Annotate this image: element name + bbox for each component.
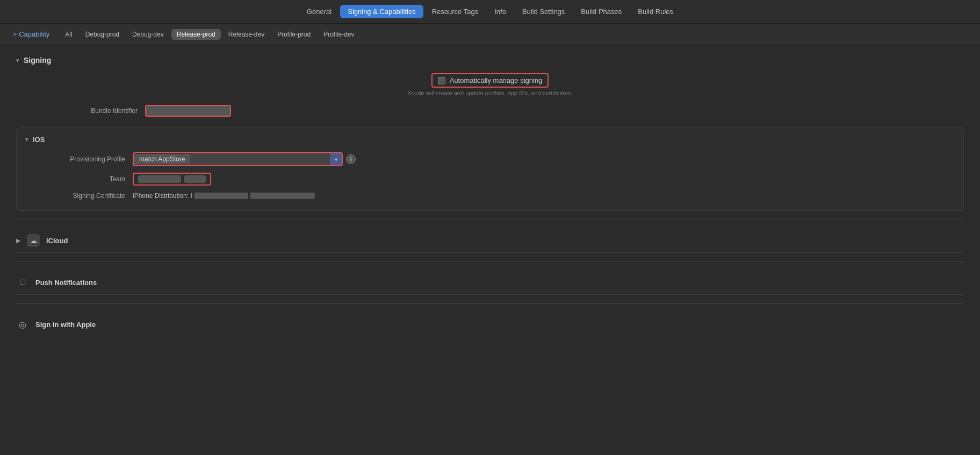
provisioning-profile-value: match AppStore ▾ ℹ (133, 152, 955, 166)
bundle-identifier-row: Bundle Identifier (38, 105, 964, 117)
icloud-icon: ☁ (27, 234, 40, 247)
signing-certificate-prefix: iPhone Distribution: I (133, 192, 192, 200)
icloud-icon-symbol: ☁ (30, 237, 37, 245)
auto-manage-signing-hint: Xcode will create and update profiles, a… (408, 90, 573, 96)
signing-certificate-extra-blurred (250, 193, 315, 199)
capability-push-notifications[interactable]: □ Push Notifications (16, 271, 964, 295)
sign-in-with-apple-label: Sign in with Apple (35, 321, 96, 329)
tab-build-rules[interactable]: Build Rules (630, 5, 681, 18)
bundle-identifier-field[interactable] (145, 105, 231, 117)
signing-section-header[interactable]: ▾ Signing (16, 56, 964, 65)
sign-in-with-apple-icon-symbol: ◎ (19, 319, 26, 330)
team-label: Team (25, 175, 133, 183)
provisioning-profile-dropdown-icon[interactable]: ▾ (330, 153, 342, 165)
capability-sign-in-with-apple[interactable]: ◎ Sign in with Apple (16, 312, 964, 336)
provisioning-profile-field[interactable]: match AppStore ▾ (133, 152, 343, 166)
bundle-id-wrapper (145, 105, 235, 117)
signing-section-title: Signing (24, 56, 51, 65)
signing-certificate-value: iPhone Distribution: I (133, 192, 955, 200)
ios-section-header[interactable]: ▾ iOS (17, 136, 963, 149)
tab-build-phases[interactable]: Build Phases (573, 5, 629, 18)
ios-section: ▾ iOS Provisioning Profile match AppStor… (16, 127, 964, 211)
filter-release-prod[interactable]: Release-prod (171, 29, 221, 40)
filter-profile-prod[interactable]: Profile-prod (272, 29, 316, 40)
tab-info[interactable]: Info (487, 5, 514, 18)
ios-section-title: iOS (33, 136, 45, 144)
filter-bar: + Capability All Debug-prod Debug-dev Re… (0, 24, 980, 45)
icloud-label: iCloud (46, 237, 68, 245)
add-capability-label: + Capability (13, 30, 49, 38)
filter-debug-dev[interactable]: Debug-dev (127, 29, 169, 40)
signing-chevron-icon: ▾ (16, 57, 19, 64)
auto-manage-signing-checkbox[interactable] (438, 77, 445, 84)
ios-chevron-icon: ▾ (25, 136, 28, 143)
push-notifications-icon-symbol: □ (20, 278, 25, 287)
team-name-blurred (138, 175, 181, 183)
provisioning-profile-rest (190, 153, 330, 165)
tab-signing-capabilities[interactable]: Signing & Capabilities (340, 5, 423, 18)
signing-certificate-text: iPhone Distribution: I (133, 192, 315, 200)
team-id-blurred (184, 175, 206, 183)
auto-manage-signing-area: Automatically manage signing Xcode will … (16, 73, 964, 96)
signing-certificate-name-blurred (194, 193, 248, 199)
signing-certificate-label: Signing Certificate (25, 192, 133, 200)
auto-manage-signing-label: Automatically manage signing (450, 76, 543, 84)
push-notifications-icon: □ (16, 276, 29, 289)
auto-manage-signing-row[interactable]: Automatically manage signing (431, 73, 549, 88)
filter-all[interactable]: All (60, 29, 77, 40)
add-capability-button[interactable]: + Capability (9, 29, 54, 40)
main-content: ▾ Signing Automatically manage signing X… (0, 45, 980, 455)
team-field[interactable] (133, 173, 211, 186)
signing-certificate-row: Signing Certificate iPhone Distribution:… (17, 189, 963, 203)
provisioning-profile-info-button[interactable]: ℹ (346, 154, 356, 164)
section-divider-2 (16, 261, 964, 262)
filter-release-dev[interactable]: Release-dev (223, 29, 270, 40)
tab-build-settings[interactable]: Build Settings (515, 5, 573, 18)
section-divider-3 (16, 303, 964, 304)
sign-in-with-apple-icon: ◎ (16, 318, 29, 331)
capability-icloud[interactable]: ▶ ☁ iCloud (16, 229, 964, 253)
provisioning-profile-label: Provisioning Profile (25, 155, 133, 163)
icloud-expand-icon: ▶ (16, 237, 20, 244)
team-row: Team (17, 169, 963, 189)
provisioning-profile-tag: match AppStore (134, 154, 190, 165)
filter-profile-dev[interactable]: Profile-dev (318, 29, 359, 40)
tab-resource-tags[interactable]: Resource Tags (424, 5, 486, 18)
tab-bar: General Signing & Capabilities Resource … (0, 0, 980, 24)
bundle-identifier-value (145, 105, 964, 117)
signing-section: ▾ Signing Automatically manage signing X… (16, 56, 964, 211)
team-value (133, 173, 955, 186)
provisioning-profile-row: Provisioning Profile match AppStore ▾ ℹ (17, 149, 963, 169)
tab-general[interactable]: General (299, 5, 339, 18)
bundle-identifier-label: Bundle Identifier (38, 107, 145, 115)
bundle-identifier-area: Bundle Identifier (38, 105, 964, 117)
push-notifications-label: Push Notifications (35, 279, 97, 287)
section-divider-1 (16, 219, 964, 220)
filter-debug-prod[interactable]: Debug-prod (80, 29, 125, 40)
